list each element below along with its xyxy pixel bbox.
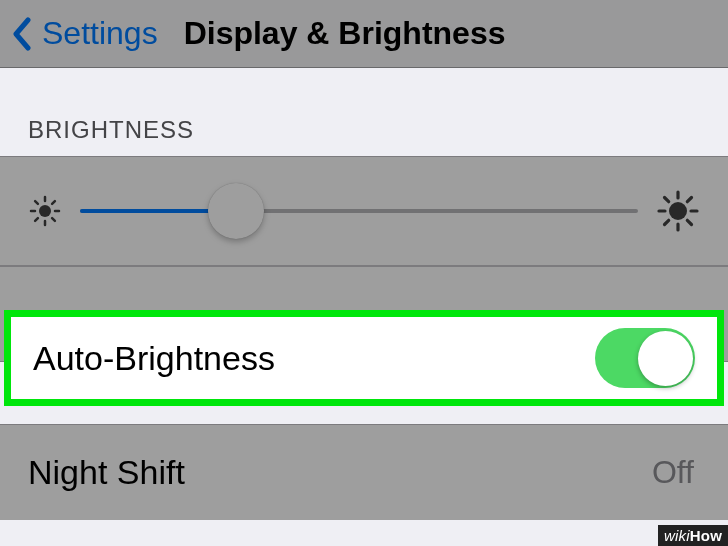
wikihow-watermark: wikiHow [658, 525, 728, 546]
navigation-bar: Settings Display & Brightness [0, 0, 728, 68]
night-shift-value: Off [652, 454, 694, 491]
svg-line-15 [687, 220, 691, 224]
section-header-brightness: BRIGHTNESS [0, 68, 728, 156]
sun-low-icon [28, 194, 62, 228]
svg-line-14 [665, 198, 669, 202]
brightness-slider[interactable] [80, 186, 638, 236]
svg-line-6 [52, 218, 55, 221]
toggle-knob [638, 331, 693, 386]
svg-line-16 [665, 220, 669, 224]
svg-line-7 [35, 218, 38, 221]
back-chevron-icon[interactable] [12, 17, 32, 51]
auto-brightness-toggle[interactable] [595, 328, 695, 388]
auto-brightness-row: Auto-Brightness [4, 310, 724, 406]
night-shift-label: Night Shift [28, 453, 652, 492]
page-title: Display & Brightness [184, 15, 506, 52]
back-button-label[interactable]: Settings [42, 15, 158, 52]
brightness-slider-row [0, 156, 728, 266]
svg-point-0 [39, 205, 51, 217]
svg-line-5 [35, 201, 38, 204]
auto-brightness-label: Auto-Brightness [33, 339, 595, 378]
svg-line-17 [687, 198, 691, 202]
night-shift-row[interactable]: Night Shift Off [0, 424, 728, 520]
svg-line-8 [52, 201, 55, 204]
sun-high-icon [656, 189, 700, 233]
brightness-slider-thumb[interactable] [208, 183, 264, 239]
svg-point-9 [669, 202, 687, 220]
